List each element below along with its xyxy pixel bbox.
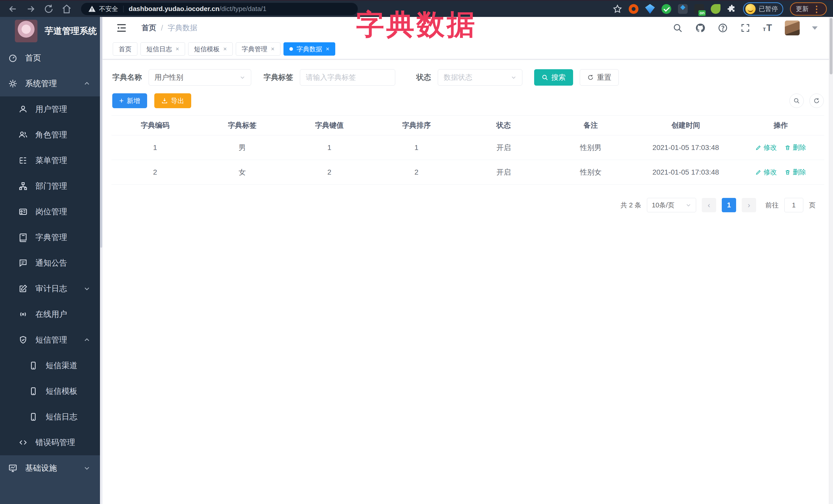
font-size-icon[interactable]: тT [763,23,772,33]
page-scrollbar[interactable] [829,17,833,504]
app-title: 芋道管理系统 [45,25,97,37]
add-button[interactable]: + 新增 [112,93,147,108]
sidebar-item-label: 通知公告 [35,258,67,268]
forward-icon[interactable] [26,4,36,14]
help-icon[interactable] [718,23,728,33]
refresh-table-button[interactable] [809,94,824,108]
sidebar-item-posts[interactable]: 岗位管理 [0,199,100,224]
tab-dict-manage[interactable]: 字典管理 × [236,42,280,56]
browser-profile-chip[interactable]: 已暂停 [743,2,783,16]
sidebar-item-error-code[interactable]: 错误码管理 [0,430,100,455]
table-row[interactable]: 1 男 1 1 开启 性别男 2021-01-05 17:03:48 修改 删除 [112,135,824,160]
sidebar-item-departments[interactable]: 部门管理 [0,173,100,199]
tab-dict-data-active[interactable]: 字典数据 × [284,42,335,56]
next-page-button[interactable]: › [742,198,756,212]
close-icon[interactable]: × [223,45,227,52]
github-icon[interactable] [695,23,705,33]
close-icon[interactable]: × [326,45,329,52]
sidebar-item-label: 基础设施 [25,463,57,474]
chevron-down-icon [84,285,90,292]
extension-check-icon[interactable] [662,4,671,14]
dict-name-select[interactable]: 用户性别 [149,69,251,86]
pencil-icon [755,145,761,151]
goto-page-input[interactable] [784,198,803,212]
dict-name-label: 字典名称 [112,72,142,82]
sidebar-item-infrastructure[interactable]: 基础设施 [0,455,100,481]
sidebar-item-sms-log[interactable]: 短信日志 [0,404,100,430]
extension-orange-icon[interactable] [629,4,639,14]
phone-icon [29,412,38,422]
delete-link[interactable]: 删除 [785,168,806,177]
export-button[interactable]: 导出 [154,93,191,108]
sidebar-scrollbar-thumb[interactable] [100,17,102,248]
home-icon[interactable] [62,4,72,14]
extension-gem-icon[interactable] [645,4,655,14]
close-icon[interactable]: × [175,45,179,52]
cell-created: 2021-01-05 17:03:48 [634,144,737,152]
sidebar-item-sms-channel[interactable]: 短信渠道 [0,353,100,378]
app-logo-row[interactable]: 芋道管理系统 [0,17,100,45]
current-page-button[interactable]: 1 [722,198,736,212]
tab-home[interactable]: 首页 [113,42,137,56]
trash-icon [785,169,791,175]
table-row[interactable]: 2 女 2 2 开启 性别女 2021-01-05 17:03:48 修改 删除 [112,160,824,185]
cell-code: 1 [112,144,199,152]
bookmark-star-icon[interactable] [613,4,622,14]
sidebar-item-roles[interactable]: 角色管理 [0,122,100,148]
search-icon[interactable] [672,23,683,33]
page-size-value: 10条/页 [652,201,674,210]
id-card-icon [19,207,28,216]
sidebar-scrollbar[interactable] [100,17,102,504]
breadcrumb: 首页 / 字典数据 [142,23,197,33]
sidebar-item-home[interactable]: 首页 [0,45,100,71]
collapse-sidebar-icon[interactable] [116,22,127,33]
extensions-puzzle-icon[interactable] [727,4,736,14]
reset-button[interactable]: 重置 [580,69,619,86]
page-size-select[interactable]: 10条/页 [647,198,696,212]
fullscreen-icon[interactable] [740,23,751,33]
extension-sprout-icon[interactable] [711,4,720,14]
sidebar-item-system[interactable]: 系统管理 [0,71,100,96]
sidebar-item-online-users[interactable]: 在线用户 [0,302,100,327]
extension-switch-icon[interactable]: on [694,4,704,14]
chevron-down-icon [240,75,245,80]
sidebar-item-audit-log[interactable]: 审计日志 [0,276,100,302]
tab-label: 字典管理 [242,45,267,53]
sidebar-item-sms[interactable]: 短信管理 [0,327,100,353]
breadcrumb-home[interactable]: 首页 [142,23,156,33]
search-icon [793,97,800,104]
reload-icon[interactable] [44,4,54,14]
search-button[interactable]: 搜索 [534,69,573,86]
tab-sms-log[interactable]: 短信日志 × [140,42,185,56]
delete-link[interactable]: 删除 [785,143,806,152]
sidebar-item-notice[interactable]: 通知公告 [0,250,100,276]
tab-sms-template[interactable]: 短信模板 × [188,42,233,56]
user-avatar[interactable] [785,21,800,35]
sidebar-item-sms-template[interactable]: 短信模板 [0,378,100,404]
prev-page-button[interactable]: ‹ [702,198,716,212]
status-select[interactable]: 数据状态 [438,69,522,86]
close-icon[interactable]: × [271,45,275,52]
cell-value: 2 [286,168,373,176]
menu-list-icon [19,156,28,165]
dict-tag-input[interactable] [306,73,389,81]
gauge-icon [8,53,18,63]
browser-menu-dots-icon[interactable]: ⋮ [812,5,821,13]
tab-label: 首页 [119,45,132,53]
page-scrollbar-thumb[interactable] [830,18,832,74]
avatar-caret-icon[interactable] [812,26,818,30]
edit-link[interactable]: 修改 [755,143,777,152]
online-signal-icon [19,310,28,319]
back-icon[interactable] [8,4,18,14]
browser-update-button[interactable]: 更新 ⋮ [790,2,827,16]
edit-link[interactable]: 修改 [755,168,777,177]
sidebar-item-dict[interactable]: 字典管理 [0,224,100,250]
sidebar-item-users[interactable]: 用户管理 [0,96,100,122]
address-bar[interactable]: 不安全 dashboard.yudao.iocoder.cn /dict/typ… [81,3,358,15]
goto-label: 前往 [765,201,779,210]
edit-label: 修改 [764,143,777,152]
toggle-search-button[interactable] [789,94,804,108]
sidebar-item-menus[interactable]: 菜单管理 [0,148,100,173]
extension-slate-icon[interactable] [678,4,688,14]
add-button-label: 新增 [127,96,140,105]
